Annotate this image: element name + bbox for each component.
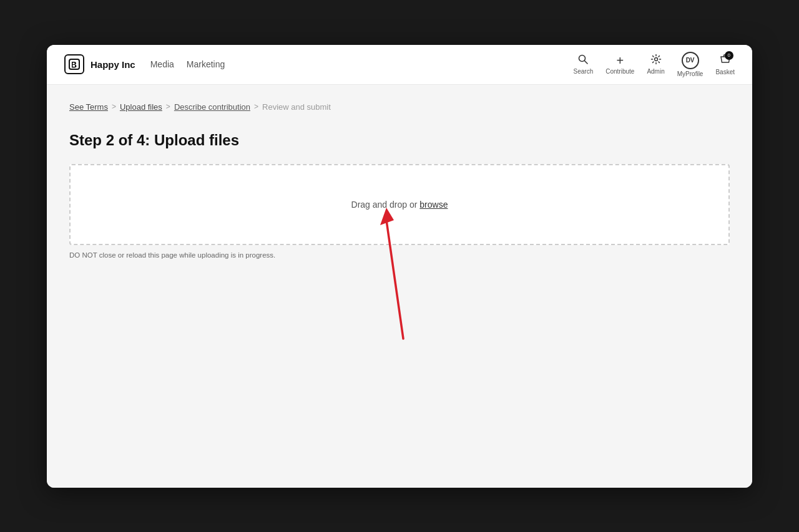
navbar: Happy Inc Media Marketing Search + xyxy=(47,45,752,85)
browse-link[interactable]: browse xyxy=(419,200,448,210)
breadcrumb-sep-3: > xyxy=(254,102,258,111)
nav-links: Media Marketing xyxy=(150,59,225,69)
logo-area[interactable]: Happy Inc xyxy=(64,54,135,74)
page-content: See Terms > Upload files > Describe cont… xyxy=(47,85,752,488)
brand-name: Happy Inc xyxy=(91,59,135,70)
profile-avatar: DV xyxy=(682,52,699,69)
breadcrumb-see-terms[interactable]: See Terms xyxy=(69,102,108,112)
breadcrumb-sep-1: > xyxy=(112,102,116,111)
gear-icon xyxy=(650,54,662,67)
svg-line-4 xyxy=(585,61,588,64)
breadcrumb-describe-contribution[interactable]: Describe contribution xyxy=(174,102,250,112)
breadcrumb: See Terms > Upload files > Describe cont… xyxy=(69,102,730,112)
page-main: Drag and drop or browse DO NOT close or … xyxy=(69,164,730,259)
search-nav-action[interactable]: Search xyxy=(574,54,594,75)
contribute-label: Contribute xyxy=(605,68,634,75)
step-title: Step 2 of 4: Upload files xyxy=(69,132,730,149)
contribute-nav-action[interactable]: + Contribute xyxy=(605,54,634,75)
navbar-left: Happy Inc Media Marketing xyxy=(64,54,225,74)
upload-drag-text: Drag and drop or xyxy=(351,200,420,210)
nav-link-marketing[interactable]: Marketing xyxy=(187,59,225,69)
basket-badge: 0 xyxy=(725,51,733,60)
svg-rect-1 xyxy=(73,63,75,65)
upload-zone-text: Drag and drop or browse xyxy=(351,200,448,210)
upload-warning: DO NOT close or reload this page while u… xyxy=(69,251,730,259)
contribute-icon: + xyxy=(616,54,624,67)
admin-label: Admin xyxy=(647,68,664,75)
navbar-right: Search + Contribute Admin DV My xyxy=(574,52,735,77)
basket-icon-wrap: 0 xyxy=(720,54,731,67)
upload-dropzone[interactable]: Drag and drop or browse xyxy=(69,164,730,245)
brand-logo-icon xyxy=(64,54,84,74)
myprofile-label: MyProfile xyxy=(677,70,703,77)
browser-window: Happy Inc Media Marketing Search + xyxy=(47,45,752,488)
breadcrumb-review-submit: Review and submit xyxy=(262,102,331,112)
search-label: Search xyxy=(574,68,594,75)
admin-nav-action[interactable]: Admin xyxy=(647,54,664,75)
basket-nav-action[interactable]: 0 Basket xyxy=(715,54,735,75)
myprofile-nav-action[interactable]: DV MyProfile xyxy=(677,52,703,77)
breadcrumb-sep-2: > xyxy=(166,102,170,111)
svg-point-5 xyxy=(654,58,657,61)
search-icon xyxy=(577,54,589,67)
nav-link-media[interactable]: Media xyxy=(150,59,174,69)
breadcrumb-upload-files[interactable]: Upload files xyxy=(120,102,162,112)
basket-label: Basket xyxy=(715,69,735,75)
svg-rect-2 xyxy=(73,65,76,67)
